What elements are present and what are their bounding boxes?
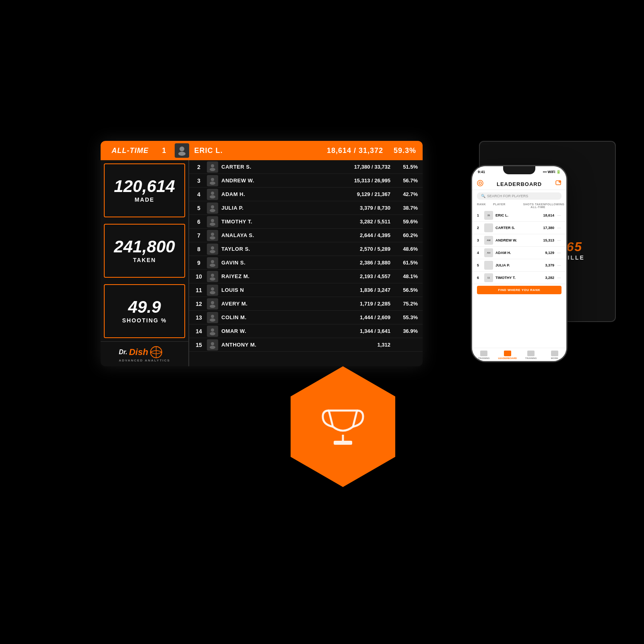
phone-lb-rank: 5 — [477, 263, 482, 267]
stats-panel: 120,614 MADE 241,800 TAKEN 49.9 SHOOTING… — [101, 160, 189, 366]
phone-lb-name: CARTER S. — [495, 226, 541, 230]
more-nav-icon — [551, 351, 558, 356]
svg-point-0 — [180, 147, 184, 151]
lb-rank: 12 — [194, 301, 204, 307]
lb-avatar — [207, 189, 218, 200]
svg-point-11 — [210, 209, 215, 212]
lb-name: RAIYEZ M. — [221, 273, 293, 279]
lb-avatar — [207, 244, 218, 255]
training-nav-label: TRAINING — [478, 357, 490, 359]
svg-point-26 — [211, 315, 214, 318]
period-label: ALL-TIME — [107, 147, 153, 155]
svg-point-18 — [211, 260, 214, 263]
find-where-you-rank-btn[interactable]: FIND WHERE YOU RANK — [477, 286, 561, 294]
leaderboard-panel: 2 CARTER S. 17,380 / 33,732 51.5% 3 ANDR… — [189, 160, 423, 366]
col-player-label: PLAYER — [493, 203, 517, 208]
phone-notification-area: 1 — [552, 180, 561, 188]
tv-content: 120,614 MADE 241,800 TAKEN 49.9 SHOOTING… — [101, 160, 423, 366]
lb-avatar — [207, 257, 218, 268]
phone-lb-rank: 4 — [477, 251, 482, 255]
lb-avatar — [207, 285, 218, 296]
lb-rank: 13 — [194, 314, 204, 321]
pct-stat-box: 49.9 SHOOTING % — [104, 284, 185, 338]
lb-rank: 8 — [194, 246, 204, 252]
svg-rect-41 — [334, 441, 352, 445]
svg-point-17 — [210, 250, 215, 253]
taken-value: 241,800 — [114, 238, 175, 255]
dr-dish-logo: Dr. Dish ADVANCED ANALYTICS — [119, 346, 170, 362]
lb-avatar — [207, 175, 218, 186]
tv-lb-row: 7 ANALAYA S. 2,644 / 4,395 60.2% — [189, 229, 423, 242]
lb-name: JULIA P. — [221, 205, 293, 211]
dr-dish-logo-area: Dr. Dish ADVANCED ANALYTICS — [101, 341, 188, 366]
phone-lb-avatar — [484, 261, 493, 270]
phone-lb-row: 3 AW ANDREW W. 15,313 — — [472, 234, 566, 247]
top-player-pct: 59.3% — [388, 147, 416, 155]
svg-point-29 — [210, 332, 215, 335]
logo-text-row: Dr. Dish — [119, 346, 163, 359]
svg-point-23 — [210, 291, 215, 294]
phone-back-area — [477, 180, 487, 188]
pct-value: 49.9 — [128, 299, 161, 316]
svg-point-4 — [211, 164, 214, 167]
svg-point-21 — [210, 277, 215, 281]
phone-notch — [503, 166, 535, 174]
phone-lb-avatar — [484, 223, 493, 232]
lb-name: CARTER S. — [221, 164, 293, 170]
phone-lb-rank: 6 — [477, 276, 482, 280]
made-stat-box: 120,614 MADE — [104, 163, 185, 217]
lb-pct: 55.3% — [394, 314, 418, 320]
phone-search-bar[interactable]: 🔍 SEARCH FOR PLAYERS — [477, 192, 561, 200]
tv-screen: ALL-TIME 1 ERIC L. 18,614 / 31,372 59.3%… — [101, 141, 423, 366]
lb-avatar — [207, 202, 218, 214]
lb-avatar — [207, 271, 218, 282]
lb-avatar — [207, 339, 218, 351]
taken-label: TAKEN — [133, 257, 156, 263]
lb-rank: 7 — [194, 232, 204, 239]
lb-stats: 9,129 / 21,367 — [296, 191, 390, 197]
phone-lb-rank: 2 — [477, 226, 482, 230]
nav-leaderboard[interactable]: LEADERBOARD — [496, 351, 520, 359]
phone-lb-dash: — — [557, 276, 561, 280]
phone-time: 9:41 — [478, 170, 485, 174]
phone-nav-bar: TRAINING LEADERBOARD TRAINING MORE — [472, 348, 566, 361]
phone-lb-name: ANDREW W. — [495, 238, 541, 242]
lb-pct: 51.5% — [394, 164, 418, 170]
svg-point-10 — [211, 205, 214, 208]
top-player-avatar — [175, 143, 189, 158]
more-nav-label: MORE — [551, 357, 558, 359]
lb-stats: 1,444 / 2,609 — [296, 314, 390, 320]
lb-avatar — [207, 216, 218, 227]
phone-lb-row: 2 CARTER S. 17,380 — — [472, 222, 566, 234]
trophy-svg — [321, 405, 365, 449]
lb-avatar — [207, 161, 218, 173]
phone-lb-row: 4 AH ADAM H. 9,129 — — [472, 247, 566, 259]
tv-lb-row: 8 TAYLOR S. 2,570 / 5,289 48.6% — [189, 242, 423, 256]
basketball-icon — [150, 346, 163, 359]
nav-training2[interactable]: TRAINING — [519, 351, 543, 359]
made-value: 120,614 — [114, 178, 175, 195]
tv-lb-row: 4 ADAM H. 9,129 / 21,367 42.7% — [189, 188, 423, 201]
tv-lb-row: 6 TIMOTHY T. 3,282 / 5,511 59.6% — [189, 215, 423, 229]
analytics-label: ADVANCED ANALYTICS — [119, 359, 170, 362]
lb-name: TAYLOR S. — [221, 246, 293, 252]
dish-text: Dish — [129, 347, 148, 357]
taken-stat-box: 241,800 TAKEN — [104, 224, 185, 278]
svg-point-28 — [211, 328, 214, 332]
svg-point-36 — [479, 182, 481, 184]
lb-rank: 15 — [194, 342, 204, 348]
svg-point-15 — [210, 236, 215, 239]
svg-point-16 — [211, 246, 214, 250]
lb-pct: 59.6% — [394, 219, 418, 225]
phone-lb-dash: — — [557, 251, 561, 255]
nav-training[interactable]: TRAINING — [472, 351, 496, 359]
svg-point-12 — [211, 219, 214, 222]
nav-more[interactable]: MORE — [543, 351, 567, 359]
lb-rank: 11 — [194, 287, 204, 293]
dr-text: Dr. — [119, 349, 127, 356]
lb-stats: 3,282 / 5,511 — [296, 219, 390, 225]
lb-rank: 3 — [194, 178, 204, 184]
lb-rank: 5 — [194, 205, 204, 211]
lb-name: ANALAYA S. — [221, 232, 293, 238]
phone-header: LEADERBOARD 1 — [472, 178, 566, 190]
